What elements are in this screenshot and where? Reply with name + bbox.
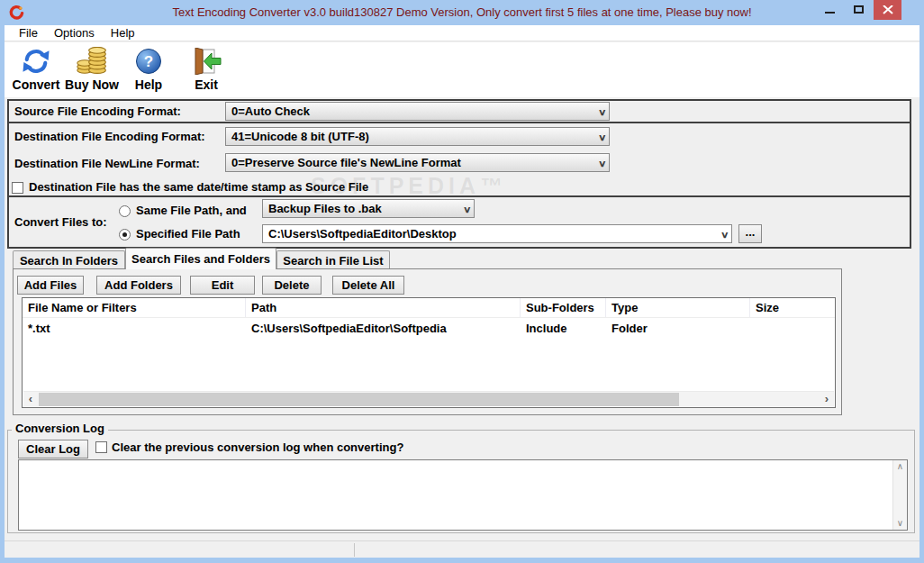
chevron-down-icon: ∨ [598,158,607,168]
same-path-radio[interactable] [119,205,131,217]
col-size[interactable]: Size [750,298,835,317]
dest-format-label: Destination File Encoding Format: [14,130,205,143]
tab-search-in-folders[interactable]: Search In Folders [13,250,125,269]
newline-format-value: 0=Preserve Source file's NewLine Format [231,156,461,169]
menu-bar: File Options Help [5,25,919,41]
specified-path-radio[interactable] [119,229,131,241]
help-button[interactable]: ? Help [126,47,171,95]
buy-now-button-label: Buy Now [65,77,119,92]
path-combo-value: C:\Users\SoftpediaEditor\Desktop [268,227,457,241]
timestamp-checkbox[interactable] [12,182,23,194]
col-type[interactable]: Type [606,298,750,317]
chevron-down-icon: ∨ [720,229,729,239]
col-sub-folders[interactable]: Sub-Folders [521,298,606,317]
file-table: File Name or Filters Path Sub-Folders Ty… [22,297,836,408]
source-format-value: 0=Auto Check [231,104,310,118]
menu-file[interactable]: File [11,25,46,41]
maximize-button[interactable] [845,0,872,20]
exit-door-icon [191,47,222,76]
convert-button[interactable]: Convert [9,47,63,95]
path-combo[interactable]: C:\Users\SoftpediaEditor\Desktop ∨ [262,224,732,243]
delete-all-button[interactable]: Delete All [332,276,404,295]
edit-button[interactable]: Edit [190,276,255,295]
convert-to-label: Convert Files to: [14,215,107,229]
status-bar [5,540,919,558]
newline-format-combo[interactable]: 0=Preserve Source file's NewLine Format … [225,153,610,172]
minimize-button[interactable] [816,0,843,20]
app-window: Text Encoding Converter v3.0 build130827… [0,0,924,563]
log-text-area[interactable]: ∧ ∨ [18,459,908,531]
conversion-log-label: Conversion Log [12,422,108,435]
scroll-left-icon[interactable]: ‹ [23,392,38,406]
convert-icon [22,47,50,76]
menu-help[interactable]: Help [103,25,143,41]
tab-search-files-and-folders[interactable]: Search Files and Folders [125,248,276,269]
watermark: SOFTPEDIA™ [311,173,507,199]
cell-path: C:\Users\SoftpediaEditor\Softpedia [246,318,521,338]
close-button[interactable] [874,0,901,20]
help-button-label: Help [135,77,162,92]
menu-options[interactable]: Options [46,25,103,41]
cell-size [750,318,835,338]
dest-format-combo[interactable]: 41=Unicode 8 bit (UTF-8) ∨ [225,127,610,146]
add-folders-button[interactable]: Add Folders [96,276,181,295]
table-row[interactable]: *.txt C:\Users\SoftpediaEditor\Softpedia… [23,318,835,338]
exit-button[interactable]: Exit [184,47,229,95]
backup-combo[interactable]: Backup Files to .bak ∨ [262,199,475,218]
status-bar-divider [354,543,355,557]
specified-path-radio-label: Specified File Path [136,227,240,241]
chevron-down-icon: ∨ [598,106,607,116]
backup-combo-value: Backup Files to .bak [268,202,382,215]
clear-log-button[interactable]: Clear Log [18,440,88,459]
col-file-name[interactable]: File Name or Filters [23,298,246,317]
exit-button-label: Exit [195,77,218,92]
scroll-right-icon[interactable]: › [820,392,834,406]
cell-sub-folders: Include [521,318,606,338]
tab-search-in-file-list[interactable]: Search in File List [276,250,390,269]
window-title: Text Encoding Converter v3.0 build130827… [0,0,924,25]
col-path[interactable]: Path [246,298,521,317]
browse-button[interactable]: ... [738,224,762,243]
title-bar: Text Encoding Converter v3.0 build130827… [0,0,924,25]
clear-log-checkbox-label: Clear the previous conversion log when c… [112,440,403,454]
horizontal-scrollbar: ‹ › [23,391,834,406]
buy-now-button[interactable]: Buy Now [63,47,121,95]
chevron-down-icon: ∨ [598,132,607,141]
scroll-down-icon[interactable]: ∨ [893,517,907,530]
chevron-down-icon: ∨ [463,204,472,213]
cell-file-name: *.txt [23,318,246,338]
newline-format-label: Destination File NewLine Format: [14,157,200,170]
source-format-combo[interactable]: 0=Auto Check ∨ [225,102,610,121]
vertical-scrollbar: ∧ ∨ [892,460,907,530]
delete-button[interactable]: Delete [262,276,322,295]
close-x-icon [883,5,893,14]
table-header: File Name or Filters Path Sub-Folders Ty… [23,298,835,318]
add-files-button[interactable]: Add Files [17,276,84,295]
scrollbar-thumb[interactable] [39,393,679,406]
source-format-label: Source File Encoding Format: [14,104,181,118]
convert-button-label: Convert [13,77,60,92]
cell-type: Folder [606,318,750,338]
scroll-up-icon[interactable]: ∧ [893,460,907,473]
same-path-radio-label: Same File Path, and [136,204,247,217]
help-icon: ? [135,47,162,76]
dest-format-value: 41=Unicode 8 bit (UTF-8) [231,130,369,143]
coins-icon [76,47,108,76]
clear-log-checkbox[interactable] [95,441,107,453]
svg-text:?: ? [144,53,153,70]
